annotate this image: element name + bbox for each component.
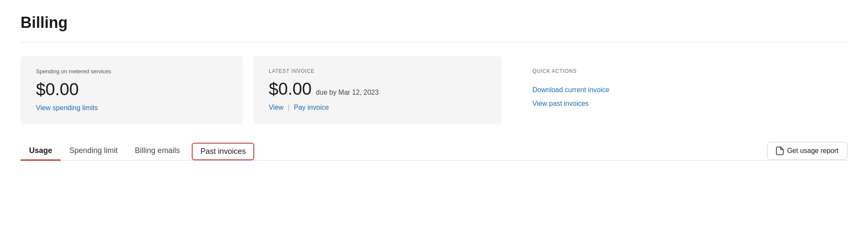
page-title: Billing bbox=[21, 14, 847, 32]
get-usage-report-button[interactable]: Get usage report bbox=[767, 142, 847, 160]
invoice-due-text: due by Mar 12, 2023 bbox=[316, 89, 379, 96]
tabs-container: Usage Spending limit Billing emails Past… bbox=[21, 141, 847, 161]
invoice-section-label: LATEST INVOICE bbox=[269, 68, 486, 74]
quick-actions-card: QUICK ACTIONS Download current invoice V… bbox=[512, 56, 847, 124]
get-usage-report-label: Get usage report bbox=[787, 147, 838, 155]
invoice-amount-row: $0.00 due by Mar 12, 2023 bbox=[269, 79, 486, 99]
invoice-card: LATEST INVOICE $0.00 due by Mar 12, 2023… bbox=[253, 56, 502, 124]
invoice-amount: $0.00 bbox=[269, 79, 312, 99]
tabs-left: Usage Spending limit Billing emails Past… bbox=[21, 141, 254, 160]
view-spending-limits-link[interactable]: View spending limits bbox=[36, 104, 228, 112]
title-divider bbox=[21, 42, 847, 42]
tab-spending-limit[interactable]: Spending limit bbox=[61, 141, 126, 160]
tab-past-invoices[interactable]: Past invoices bbox=[192, 143, 254, 160]
spending-card-amount: $0.00 bbox=[36, 80, 228, 99]
cards-row: Spending on metered services $0.00 View … bbox=[21, 56, 847, 124]
document-icon bbox=[776, 147, 784, 155]
quick-actions-title: QUICK ACTIONS bbox=[532, 68, 847, 74]
pay-invoice-link[interactable]: Pay invoice bbox=[294, 104, 329, 111]
spending-card-label: Spending on metered services bbox=[36, 68, 228, 75]
view-invoice-link[interactable]: View bbox=[269, 104, 283, 111]
invoice-actions-row: View | Pay invoice bbox=[269, 104, 486, 111]
tab-billing-emails[interactable]: Billing emails bbox=[126, 141, 188, 160]
spending-card: Spending on metered services $0.00 View … bbox=[21, 56, 243, 124]
quick-actions-links: Download current invoice View past invoi… bbox=[532, 86, 847, 108]
tab-usage[interactable]: Usage bbox=[21, 141, 61, 160]
view-past-invoices-link[interactable]: View past invoices bbox=[532, 100, 847, 108]
pipe-divider: | bbox=[288, 104, 289, 111]
download-invoice-link[interactable]: Download current invoice bbox=[532, 86, 847, 94]
